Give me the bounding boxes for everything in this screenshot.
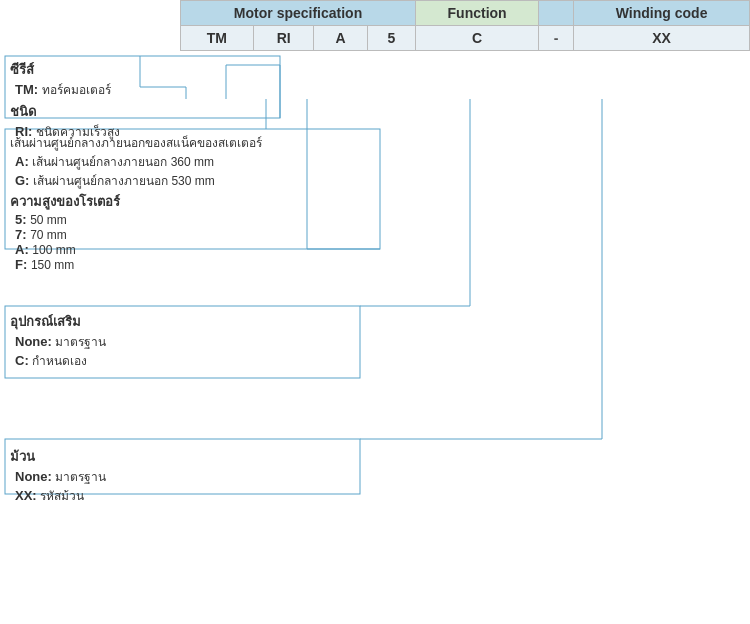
c-key: C: [15,353,32,368]
a-value: เส้นผ่านศูนย์กลางภายนอก 360 mm [32,155,214,169]
winding-title: ม้วน [10,446,106,467]
cell-5: 5 [367,26,416,51]
wnone-key: None: [15,469,55,484]
ha-value: 100 mm [32,243,75,257]
cell-a: A [314,26,367,51]
height-title: ความสูงของโรเตอร์ [10,191,120,212]
wnone-value: มาตรฐาน [55,470,106,484]
none-value: มาตรฐาน [55,335,106,349]
hf-key: F: [15,257,31,272]
page-wrapper: Motor specification Function Winding cod… [0,0,750,624]
series-section: ซีรีส์ TM: ทอร์คมอเตอร์ [10,59,111,99]
type-title: ชนิด [10,101,120,122]
header-table: Motor specification Function Winding cod… [180,0,750,51]
h5-value: 50 mm [30,213,67,227]
a-key: A: [15,154,32,169]
diagram-wrapper: ซีรีส์ TM: ทอร์คมอเตอร์ ชนิด RI: ชนิดควา… [0,51,750,624]
h7-key: 7: [15,227,30,242]
hf-value: 150 mm [31,258,74,272]
accessory-title: อุปกรณ์เสริม [10,311,106,332]
cell-c: C [416,26,539,51]
wxx-key: XX: [15,488,40,503]
motor-spec-header: Motor specification [181,1,416,26]
c-value: กำหนดเอง [32,354,87,368]
path-section: เส้นผ่านศูนย์กลางภายนอกของสแน็คของสเตเตอ… [10,133,262,190]
h7-value: 70 mm [30,228,67,242]
top-header: Motor specification Function Winding cod… [0,0,750,51]
tm-value: ทอร์คมอเตอร์ [42,83,111,97]
wxx-value: รหัสม้วน [40,489,84,503]
function-header: Function [416,1,539,26]
series-title: ซีรีส์ [10,59,111,80]
tm-key: TM: [15,82,42,97]
accessory-section: อุปกรณ์เสริม None: มาตรฐาน C: กำหนดเอง [10,311,106,370]
height-section: ความสูงของโรเตอร์ 5: 50 mm 7: 70 mm A: 1… [10,191,120,272]
h5-key: 5: [15,212,30,227]
cell-ri: RI [253,26,314,51]
none-key: None: [15,334,55,349]
path-title: เส้นผ่านศูนย์กลางภายนอกของสแน็คของสเตเตอ… [10,133,262,152]
ha-key: A: [15,242,32,257]
g-value: เส้นผ่านศูนย์กลางภายนอก 530 mm [33,174,215,188]
winding-section: ม้วน None: มาตรฐาน XX: รหัสม้วน [10,446,106,505]
winding-header: Winding code [574,1,750,26]
g-key: G: [15,173,33,188]
cell-tm: TM [181,26,254,51]
cell-xx: XX [574,26,750,51]
cell-dash: - [539,26,574,51]
sep-header [539,1,574,26]
